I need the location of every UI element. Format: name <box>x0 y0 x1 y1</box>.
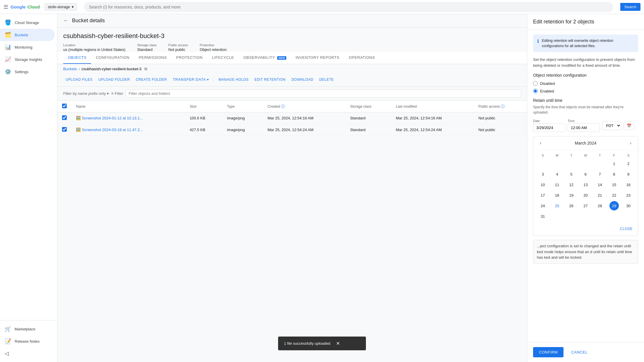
sidebar-item-settings[interactable]: ⚙️ Settings <box>0 66 55 78</box>
select-all-checkbox[interactable] <box>62 104 67 108</box>
collapse-icon: ◁ <box>5 350 9 357</box>
sidebar-item-buckets[interactable]: 🗂️ Buckets <box>0 29 55 41</box>
breadcrumb-buckets[interactable]: Buckets <box>63 67 77 71</box>
cal-day-4[interactable]: 4 <box>552 169 562 179</box>
calendar-next-button[interactable]: › <box>628 139 634 147</box>
radio-enabled[interactable]: Enabled <box>533 89 638 93</box>
manage-holds-button[interactable]: MANAGE HOLDS <box>216 76 251 83</box>
cal-day-20[interactable]: 20 <box>581 191 590 200</box>
delete-button[interactable]: DELETE <box>317 76 336 83</box>
cal-day-15[interactable]: 15 <box>609 180 619 189</box>
row1-checkbox[interactable] <box>62 115 67 120</box>
day-header-t1: T <box>564 152 578 158</box>
cal-day-3[interactable]: 3 <box>538 169 547 179</box>
cal-day-18[interactable]: 18 <box>552 191 562 200</box>
cal-day-5[interactable]: 5 <box>567 169 576 179</box>
cal-day-26[interactable]: 26 <box>567 201 576 210</box>
public-access-info-icon[interactable]: ⓘ <box>501 104 505 109</box>
timezone-dropdown[interactable]: PDT PST UTC <box>602 121 621 130</box>
cal-day-9[interactable]: 9 <box>624 169 633 179</box>
filter-input[interactable] <box>126 90 521 97</box>
create-folder-button[interactable]: CREATE FOLDER <box>133 76 169 83</box>
day-header-f: F <box>607 152 621 158</box>
day-header-t2: T <box>593 152 607 158</box>
sidebar-item-cloud-storage[interactable]: 🪣 Cloud Storage <box>0 16 55 29</box>
tab-inventory-reports[interactable]: INVENTORY REPORTS <box>291 52 344 64</box>
date-input[interactable] <box>533 123 565 132</box>
meta-protection-value: Object retention <box>200 47 227 52</box>
cal-day-6[interactable]: 6 <box>581 169 590 179</box>
confirm-button[interactable]: CONFIRM <box>533 347 564 357</box>
download-button[interactable]: DOWNLOAD <box>289 76 316 83</box>
tab-observability[interactable]: OBSERVABILITY NEW <box>239 52 291 64</box>
sidebar-item-storage-insights[interactable]: 📈 Storage Insights <box>0 53 55 66</box>
copy-icon[interactable]: ⧉ <box>144 66 147 71</box>
app-logo: Google Cloud <box>11 4 40 9</box>
cal-day-28[interactable]: 28 <box>595 201 604 210</box>
calendar-close-button[interactable]: CLOSE <box>618 225 635 233</box>
row2-size: 427.5 KB <box>185 124 222 136</box>
header-last-modified: Last modified <box>391 101 474 112</box>
cal-day-29[interactable]: 29 <box>609 201 619 210</box>
tab-objects[interactable]: OBJECTS <box>63 52 91 64</box>
menu-icon[interactable]: ☰ <box>4 4 8 10</box>
day-header-s1: S <box>536 152 550 158</box>
row2-file-link[interactable]: Screenshot 2024-03-19 at 11.47.2... <box>82 128 143 132</box>
cal-day-1[interactable]: 1 <box>609 159 619 168</box>
project-selector[interactable]: stofe-storage ▾ <box>44 3 77 11</box>
radio-enabled-input[interactable] <box>533 89 538 93</box>
cal-day-24[interactable]: 24 <box>538 201 547 210</box>
bucket-meta: Location us (multiple regions in United … <box>63 43 521 52</box>
sidebar-item-collapse[interactable]: ◁ <box>0 347 55 360</box>
cal-day-19[interactable]: 19 <box>567 191 576 200</box>
cal-day-11[interactable]: 11 <box>552 180 562 189</box>
filter-icon-btn[interactable]: ≡ Filter <box>111 91 123 96</box>
back-button[interactable]: ← <box>63 18 68 24</box>
cal-day-27[interactable]: 27 <box>581 201 590 210</box>
sidebar-label-buckets: Buckets <box>15 33 28 37</box>
cal-day-14[interactable]: 14 <box>595 180 604 189</box>
cal-day-12[interactable]: 12 <box>567 180 576 189</box>
sidebar-item-marketplace[interactable]: 🛒 Marketplace <box>0 323 55 335</box>
row1-file-link[interactable]: Screenshot 2024-01-12 at 10.13.1... <box>82 116 143 120</box>
cal-day-10[interactable]: 10 <box>538 180 547 189</box>
tab-protection[interactable]: PROTECTION <box>172 52 207 64</box>
cal-day-21[interactable]: 21 <box>595 191 604 200</box>
sidebar-item-release-notes[interactable]: 📝 Release Notes <box>0 335 55 347</box>
snackbar-close-button[interactable]: ✕ <box>336 341 340 346</box>
transfer-data-button[interactable]: TRANSFER DATA ▾ <box>170 76 211 83</box>
tab-lifecycle[interactable]: LIFECYCLE <box>207 52 239 64</box>
new-badge: NEW <box>277 56 286 60</box>
panel-header: Edit retention for 2 objects <box>527 14 644 30</box>
radio-disabled-input[interactable] <box>533 81 538 86</box>
sidebar-item-monitoring[interactable]: 📊 Monitoring <box>0 41 55 53</box>
search-button[interactable]: Search <box>620 3 640 11</box>
cal-day-30[interactable]: 30 <box>624 201 633 210</box>
cal-day-31[interactable]: 31 <box>538 212 547 221</box>
filter-by-prefix-selector[interactable]: Filter by name prefix only ▾ <box>63 91 109 96</box>
cal-day-2[interactable]: 2 <box>624 159 633 168</box>
calendar-prev-button[interactable]: ‹ <box>537 139 544 147</box>
time-input[interactable] <box>568 123 600 132</box>
cal-day-13[interactable]: 13 <box>581 180 590 189</box>
edit-retention-button[interactable]: EDIT RETENTION <box>252 76 288 83</box>
cal-day-8[interactable]: 8 <box>609 169 619 179</box>
cal-day-25[interactable]: 25 <box>552 201 562 210</box>
tab-permissions[interactable]: PERMISSIONS <box>134 52 172 64</box>
calendar-icon-button[interactable]: 📅 <box>624 121 635 130</box>
cal-day-17[interactable]: 17 <box>538 191 547 200</box>
cal-day-22[interactable]: 22 <box>609 191 619 200</box>
row2-checkbox-cell <box>57 124 71 136</box>
upload-folder-button[interactable]: UPLOAD FOLDER <box>96 76 132 83</box>
row2-checkbox[interactable] <box>62 127 67 132</box>
created-info-icon[interactable]: ⓘ <box>281 104 285 109</box>
cal-day-7[interactable]: 7 <box>595 169 604 179</box>
radio-disabled[interactable]: Disabled <box>533 81 638 86</box>
search-input[interactable] <box>84 2 613 12</box>
cal-day-16[interactable]: 16 <box>624 180 633 189</box>
upload-files-button[interactable]: UPLOAD FILES <box>63 76 95 83</box>
cancel-button[interactable]: CANCEL <box>567 347 592 357</box>
tab-configuration[interactable]: CONFIGURATION <box>91 52 134 64</box>
cal-day-23[interactable]: 23 <box>624 191 633 200</box>
tab-operations[interactable]: OPERATIONS <box>344 52 380 64</box>
